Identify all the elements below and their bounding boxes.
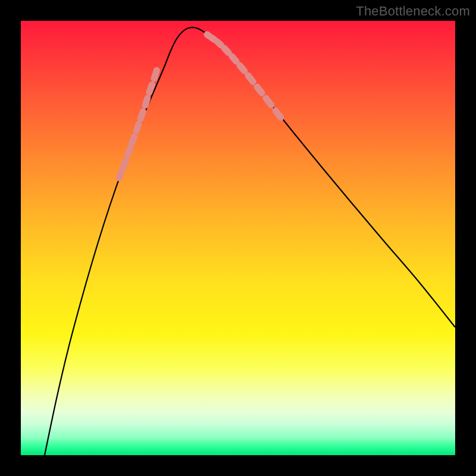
- dash-segment: [145, 98, 148, 105]
- bottleneck-curve: [45, 27, 455, 455]
- dash-segment: [136, 124, 139, 131]
- dash-segment: [140, 111, 143, 119]
- dash-segment: [232, 57, 236, 61]
- dash-overlay-left: [119, 70, 156, 178]
- dash-segment: [119, 172, 121, 178]
- dash-segment: [275, 111, 281, 118]
- dash-segment: [248, 76, 253, 82]
- dash-segment: [266, 98, 271, 105]
- dash-segment: [217, 42, 221, 45]
- watermark-text: TheBottleneck.com: [356, 4, 470, 19]
- dash-segment: [123, 160, 126, 167]
- dash-segment: [211, 37, 215, 40]
- dash-segment: [240, 65, 245, 71]
- dash-overlay-right: [207, 35, 281, 118]
- chart-frame: TheBottleneck.com: [0, 0, 476, 476]
- dash-segment: [149, 84, 152, 92]
- dash-segment: [154, 70, 156, 79]
- dash-segment: [224, 48, 228, 53]
- curve-svg: [21, 21, 455, 455]
- plot-area: [21, 21, 455, 455]
- dash-segment: [257, 87, 262, 93]
- dash-segment: [131, 137, 134, 144]
- dash-segment: [128, 149, 130, 155]
